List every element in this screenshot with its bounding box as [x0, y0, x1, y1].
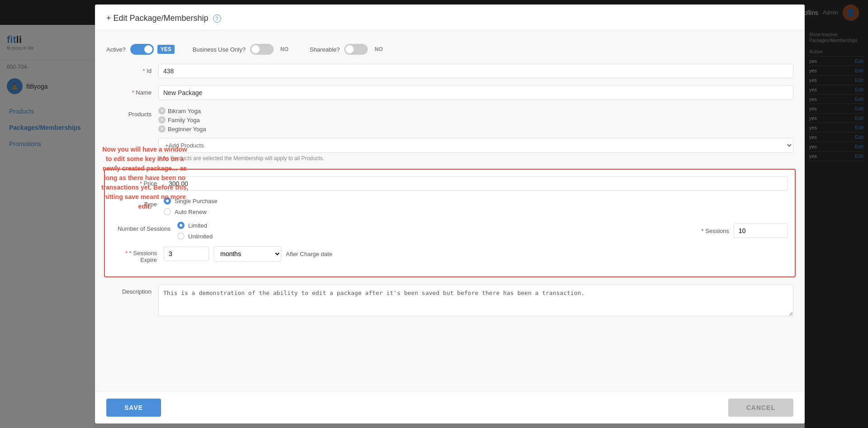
- shareable-toggle[interactable]: [344, 44, 368, 55]
- active-toggle-slider[interactable]: [130, 44, 154, 55]
- expire-unit-select[interactable]: months days weeks years: [213, 246, 281, 262]
- edit-package-modal: + Edit Package/Membership ? Active? YES …: [95, 5, 805, 423]
- sessions-unlimited[interactable]: Unlimited: [177, 233, 213, 240]
- limited-label: Limited: [188, 222, 207, 229]
- description-row: Description This is a demonstration of t…: [106, 285, 793, 316]
- expire-row: * Sessions Expire months days weeks year…: [112, 246, 788, 263]
- product-tag-2: ✕ Beginner Yoga: [158, 125, 793, 133]
- shareable-label: Shareable?: [310, 46, 340, 53]
- product-name-2: Beginner Yoga: [168, 126, 206, 133]
- sessions-count-input[interactable]: [734, 224, 788, 238]
- editable-section: Price Type Single Purchase Auto Renew: [104, 169, 796, 277]
- sessions-row: Number of Sessions Limited Unlimited: [112, 222, 788, 240]
- price-row: Price: [112, 176, 788, 191]
- remove-family-yoga-button[interactable]: ✕: [158, 116, 166, 124]
- expire-value-input[interactable]: [164, 247, 209, 261]
- product-tag-1: ✕ Family Yoga: [158, 116, 793, 124]
- name-row: Name: [106, 86, 793, 100]
- unlimited-radio[interactable]: [177, 233, 185, 240]
- shareable-toggle-slider[interactable]: [344, 44, 368, 55]
- product-name-1: Family Yoga: [168, 117, 200, 124]
- active-group: Active? YES: [106, 44, 175, 55]
- modal-header: + Edit Package/Membership ?: [95, 5, 805, 30]
- modal-title: + Edit Package/Membership: [106, 14, 209, 23]
- active-toggle-wrap: YES: [130, 44, 175, 55]
- toggles-row: Active? YES Business Use Only? NO: [106, 39, 793, 59]
- sessions-limited[interactable]: Limited: [177, 222, 213, 229]
- business-use-label: Business Use Only?: [193, 46, 246, 53]
- business-use-toggle-wrap: NO: [250, 44, 292, 55]
- remove-bikram-yoga-button[interactable]: ✕: [158, 107, 166, 114]
- business-use-toggle-slider[interactable]: [250, 44, 274, 55]
- sessions-radio-group: Limited Unlimited: [177, 222, 213, 240]
- name-input[interactable]: [158, 86, 793, 100]
- product-name-0: Bikram Yoga: [168, 108, 201, 114]
- id-input[interactable]: [158, 64, 793, 78]
- id-row: Id: [106, 64, 793, 78]
- active-toggle[interactable]: [130, 44, 154, 55]
- business-use-toggle-text: NO: [277, 45, 292, 54]
- cancel-button[interactable]: CANCEL: [728, 399, 793, 417]
- id-label: Id: [106, 64, 152, 74]
- active-toggle-text: YES: [157, 45, 175, 54]
- modal-footer: SAVE CANCEL: [95, 391, 805, 423]
- limited-radio[interactable]: [177, 222, 185, 229]
- save-button[interactable]: SAVE: [106, 399, 161, 417]
- name-label: Name: [106, 86, 152, 96]
- modal-body: Active? YES Business Use Only? NO: [95, 30, 805, 391]
- annotation-box: Now you will have a window to edit some …: [100, 145, 190, 211]
- expire-after-label: After Charge date: [286, 251, 332, 257]
- shareable-toggle-wrap: NO: [344, 44, 386, 55]
- product-tag-0: ✕ Bikram Yoga: [158, 107, 793, 114]
- type-row: Type Single Purchase Auto Renew: [112, 197, 788, 215]
- expire-inputs: months days weeks years After Charge dat…: [164, 246, 332, 262]
- description-label: Description: [106, 285, 152, 295]
- help-icon[interactable]: ?: [213, 14, 221, 23]
- products-label: Products: [106, 107, 152, 118]
- business-use-group: Business Use Only? NO: [193, 44, 292, 55]
- shareable-toggle-text: NO: [371, 45, 386, 54]
- expire-label: * Sessions Expire: [112, 246, 157, 263]
- sessions-label: Number of Sessions: [112, 222, 171, 232]
- add-products-select[interactable]: +Add Products: [158, 138, 793, 153]
- sessions-count-area: * Sessions: [702, 224, 788, 238]
- shareable-group: Shareable? NO: [310, 44, 386, 55]
- products-note: If no Products are selected the Membersh…: [158, 155, 793, 162]
- products-row: Products ✕ Bikram Yoga ✕ Family Yoga ✕ B…: [106, 107, 793, 162]
- unlimited-label: Unlimited: [188, 233, 213, 240]
- description-textarea[interactable]: This is a demonstration of the ability t…: [158, 285, 793, 316]
- sessions-count-label: * Sessions: [702, 228, 729, 234]
- products-column: ✕ Bikram Yoga ✕ Family Yoga ✕ Beginner Y…: [158, 107, 793, 162]
- active-label: Active?: [106, 46, 126, 53]
- business-use-toggle[interactable]: [250, 44, 274, 55]
- annotation-text: Now you will have a window to edit some …: [101, 146, 188, 210]
- price-input[interactable]: [164, 176, 788, 191]
- sessions-content: Limited Unlimited * Sessions: [177, 222, 788, 240]
- remove-beginner-yoga-button[interactable]: ✕: [158, 125, 166, 133]
